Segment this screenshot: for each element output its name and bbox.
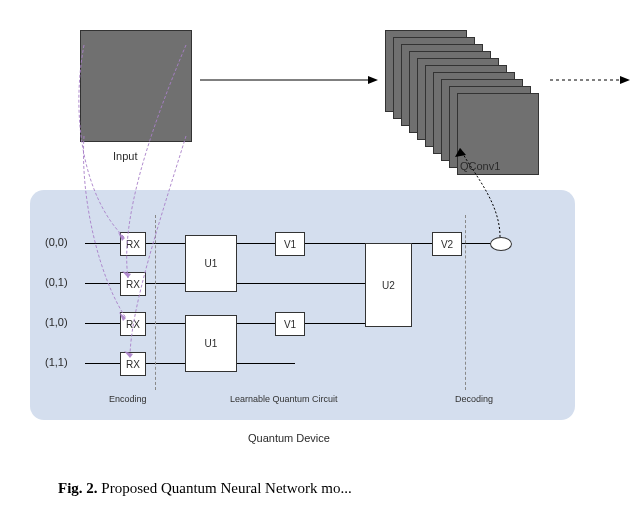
svg-marker-5 bbox=[122, 271, 131, 278]
quantum-device-title: Quantum Device bbox=[248, 432, 330, 444]
svg-marker-7 bbox=[124, 351, 133, 358]
caption-text: Proposed Quantum Neural Network mo... bbox=[98, 480, 352, 496]
figure-caption: Fig. 2. Proposed Quantum Neural Network … bbox=[58, 480, 352, 497]
svg-marker-8 bbox=[455, 148, 466, 157]
caption-prefix: Fig. 2. bbox=[58, 480, 98, 496]
decoding-to-stack-arrow bbox=[0, 0, 638, 260]
